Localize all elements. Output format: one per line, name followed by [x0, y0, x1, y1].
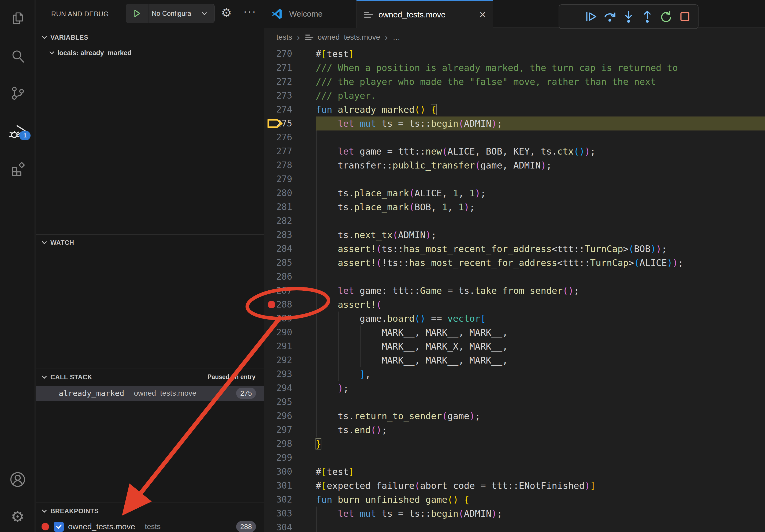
gutter-line-303[interactable]: 303 [264, 507, 316, 520]
breakpoint-gutter-dot-icon[interactable] [268, 301, 275, 308]
code-line-280: ts.place_mark(ALICE, 1, 1); [316, 186, 486, 200]
extensions-icon[interactable] [0, 155, 35, 182]
line-number: 285 [263, 256, 292, 270]
variables-scope-row[interactable]: locals: already_marked [36, 46, 264, 60]
code-line-293: ], [316, 367, 371, 381]
debug-toolbar [559, 4, 698, 29]
gutter-line-294[interactable]: 294 [264, 381, 316, 395]
chevron-right-icon: › [385, 32, 388, 42]
gutter-line-282[interactable]: 282 [264, 214, 316, 228]
step-into-button[interactable] [619, 7, 638, 26]
code-line-271: /// When a position is already marked, t… [316, 61, 678, 75]
gutter-line-302[interactable]: 302 [264, 493, 316, 507]
tab-welcome[interactable]: Welcome [264, 0, 357, 28]
gutter-line-273[interactable]: 273 [264, 89, 316, 103]
variables-section-header[interactable]: VARIABLES [36, 30, 264, 45]
gutter-line-270[interactable]: 270 [264, 47, 316, 61]
call-stack-section-header[interactable]: CALL STACK Paused on entry [36, 370, 264, 385]
debug-settings-gear-icon[interactable]: ⚙ [221, 6, 232, 20]
run-and-debug-icon[interactable]: 1 [0, 118, 35, 145]
line-number: 294 [263, 381, 292, 395]
chevron-down-icon [42, 374, 47, 379]
gutter-line-272[interactable]: 272 [264, 75, 316, 89]
gutter-line-304[interactable]: 304 [264, 520, 316, 532]
gutter-line-291[interactable]: 291 [264, 339, 316, 353]
code-line-273: /// player. [316, 89, 376, 103]
gutter-line-277[interactable]: 277 [264, 144, 316, 158]
code-line-283: ts.next_tx(ADMIN); [316, 228, 436, 242]
gutter-line-296[interactable]: 296 [264, 409, 316, 423]
chevron-down-icon [42, 34, 47, 39]
call-stack-frame-row[interactable]: already_marked owned_tests.move 275 [36, 386, 264, 401]
breadcrumb-tests[interactable]: tests [276, 33, 292, 42]
breakpoint-dot-icon [42, 523, 49, 530]
gutter-line-289[interactable]: 289 [264, 312, 316, 326]
gutter-line-292[interactable]: 292 [264, 353, 316, 367]
line-number: 297 [263, 423, 292, 437]
gutter-line-288[interactable]: 288 [264, 298, 316, 312]
line-number: 282 [263, 214, 292, 228]
code-line-291: MARK__, MARK_X, MARK__, [316, 339, 508, 353]
toolbar-drag-handle[interactable] [563, 7, 582, 26]
breakpoint-row[interactable]: owned_tests.move tests 288 [36, 519, 264, 532]
code-line-298: } [316, 437, 321, 451]
gutter-line-281[interactable]: 281 [264, 200, 316, 214]
gutter-line-274[interactable]: 274 [264, 103, 316, 117]
gutter-line-299[interactable]: 299 [264, 451, 316, 465]
gutter-line-290[interactable]: 290 [264, 326, 316, 339]
breakpoints-section-header[interactable]: BREAKPOINTS [36, 504, 264, 519]
editor-region: Welcome owned_tests.move ✕ tests › owned… [264, 0, 765, 532]
line-number: 276 [263, 131, 292, 144]
paused-status: Paused on entry [208, 374, 256, 381]
gutter-line-278[interactable]: 278 [264, 158, 316, 172]
line-number: 292 [263, 353, 292, 367]
gutter-line-285[interactable]: 285 [264, 256, 316, 270]
breadcrumb-symbol[interactable]: … [393, 33, 400, 42]
gutter-line-293[interactable]: 293 [264, 367, 316, 381]
code-line-284: assert!(ts::has_most_recent_for_address<… [316, 242, 667, 256]
line-number: 284 [263, 242, 292, 256]
divider [36, 369, 264, 369]
code-line-294: ); [316, 381, 349, 395]
gutter-line-300[interactable]: 300 [264, 465, 316, 479]
gutter-line-279[interactable]: 279 [264, 172, 316, 186]
gutter-line-271[interactable]: 271 [264, 61, 316, 75]
gutter-line-283[interactable]: 283 [264, 228, 316, 242]
line-number: 287 [263, 284, 292, 298]
gutter-line-298[interactable]: 298 [264, 437, 316, 451]
continue-button[interactable] [582, 7, 600, 26]
gutter-line-287[interactable]: 287 [264, 284, 316, 298]
line-number: 303 [263, 507, 292, 520]
gutter-line-286[interactable]: 286 [264, 270, 316, 284]
step-over-button[interactable] [600, 7, 619, 26]
more-actions-icon[interactable]: ··· [243, 5, 257, 17]
restart-button[interactable] [657, 7, 675, 26]
step-out-button[interactable] [638, 7, 657, 26]
line-number: 288 [263, 298, 292, 312]
tab-owned-tests-move[interactable]: owned_tests.move ✕ [357, 0, 493, 28]
gutter-line-295[interactable]: 295 [264, 395, 316, 409]
gutter-line-276[interactable]: 276 [264, 131, 316, 144]
close-icon[interactable]: ✕ [479, 10, 486, 20]
divider [36, 502, 264, 503]
breakpoint-checkbox[interactable] [54, 522, 64, 532]
explorer-icon[interactable] [0, 5, 35, 32]
breadcrumb-file[interactable]: owned_tests.move [318, 33, 380, 42]
gutter-line-280[interactable]: 280 [264, 186, 316, 200]
line-number: 278 [263, 158, 292, 172]
watch-section-header[interactable]: WATCH [36, 235, 264, 250]
gutter-line-284[interactable]: 284 [264, 242, 316, 256]
source-control-icon[interactable] [0, 80, 35, 107]
stop-button[interactable] [675, 7, 694, 26]
gutter-line-297[interactable]: 297 [264, 423, 316, 437]
line-number: 293 [263, 367, 292, 381]
search-icon[interactable] [0, 43, 35, 70]
gutter-line-275[interactable]: 275 [264, 117, 316, 131]
accounts-icon[interactable] [0, 466, 35, 493]
settings-gear-icon[interactable]: ⚙ [0, 503, 35, 530]
start-debug-icon[interactable] [126, 4, 149, 23]
line-number: 296 [263, 409, 292, 423]
gutter-line-301[interactable]: 301 [264, 479, 316, 493]
run-config-dropdown[interactable]: No Configura [126, 4, 215, 23]
line-number: 295 [263, 395, 292, 409]
